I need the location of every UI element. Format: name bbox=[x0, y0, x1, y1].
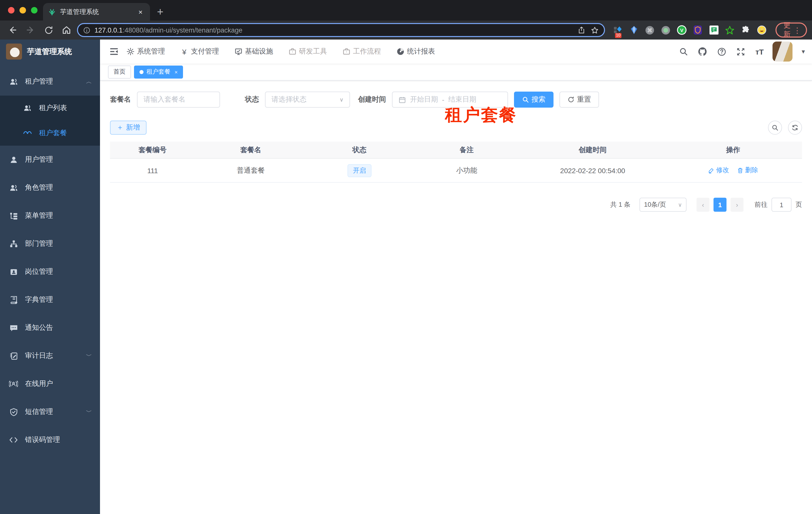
content: 套餐名 请输入套餐名 状态 请选择状态 ∨ 创建时间 开始日期 - 结束 bbox=[100, 81, 812, 514]
nav-item-workflow[interactable]: 工作流程 bbox=[342, 47, 381, 56]
sidebar-item-label: 短信管理 bbox=[25, 407, 53, 416]
sidebar-item-menu-management[interactable]: 菜单管理 bbox=[0, 202, 100, 230]
extension-gray-circle-icon[interactable] bbox=[661, 25, 670, 35]
sidebar-item-user-management[interactable]: 用户管理 bbox=[0, 146, 100, 174]
extensions-puzzle-icon[interactable] bbox=[741, 25, 751, 35]
bookmark-star-icon[interactable] bbox=[590, 26, 599, 34]
back-icon[interactable] bbox=[5, 23, 20, 37]
code-icon bbox=[9, 435, 18, 444]
url-text[interactable]: 127.0.0.1:48080/admin-ui/system/tenant/p… bbox=[94, 26, 574, 34]
nav-item-system[interactable]: 系统管理 bbox=[126, 47, 165, 56]
tree-icon bbox=[9, 211, 18, 220]
sidebar-item-tenant-management[interactable]: 租户管理 ︿ bbox=[0, 67, 100, 96]
tab-title: 芋道管理系统 bbox=[60, 7, 132, 16]
browser-menu-kebab-icon[interactable]: ⋮ bbox=[793, 26, 801, 34]
status-select[interactable]: 请选择状态 ∨ bbox=[265, 91, 350, 108]
sidebar-item-label: 租户列表 bbox=[39, 104, 67, 113]
toggle-search-icon[interactable] bbox=[768, 120, 782, 135]
package-name-input[interactable]: 请输入套餐名 bbox=[137, 91, 220, 108]
extension-emoji-icon[interactable] bbox=[757, 25, 766, 35]
nav-item-report[interactable]: 统计报表 bbox=[396, 47, 435, 56]
sidebar-item-audit-log[interactable]: 审计日志 ﹀ bbox=[0, 342, 100, 370]
app-title: 芋道管理系统 bbox=[27, 47, 72, 56]
nav-item-payment[interactable]: ¥ 支付管理 bbox=[180, 47, 219, 56]
delete-link[interactable]: 删除 bbox=[737, 166, 758, 175]
tag-home[interactable]: 首页 bbox=[108, 65, 131, 78]
delete-link-label: 删除 bbox=[745, 166, 758, 175]
goto-page-input[interactable] bbox=[772, 198, 791, 212]
sidebar-item-dept-management[interactable]: 部门管理 bbox=[0, 230, 100, 258]
refresh-icon[interactable] bbox=[788, 120, 802, 135]
extension-shield-icon[interactable] bbox=[693, 25, 702, 35]
extension-diamond-icon[interactable]: 10 bbox=[613, 25, 622, 35]
sidebar-item-tenant-package[interactable]: 租户套餐 bbox=[0, 120, 100, 146]
table-header: 状态 bbox=[307, 145, 412, 154]
svg-text:⌘: ⌘ bbox=[647, 27, 652, 33]
chevron-up-icon: ︿ bbox=[86, 77, 92, 86]
home-icon[interactable] bbox=[59, 23, 74, 37]
next-page-button[interactable]: › bbox=[730, 198, 744, 212]
users-icon bbox=[23, 104, 32, 113]
pagination-total: 共 1 条 bbox=[610, 200, 631, 209]
book-icon bbox=[9, 295, 18, 304]
zoom-window-button[interactable] bbox=[31, 7, 37, 13]
sidebar-item-online-users[interactable]: 在线用户 bbox=[0, 370, 100, 398]
site-info-icon[interactable] bbox=[83, 26, 90, 34]
avatar[interactable] bbox=[773, 42, 792, 61]
header-right-actions: тT ▼ bbox=[677, 42, 812, 61]
online-icon bbox=[9, 379, 18, 388]
browser-tab[interactable]: 芋道管理系统 × bbox=[43, 3, 150, 21]
nav-item-label: 研发工具 bbox=[299, 47, 327, 56]
github-icon[interactable] bbox=[696, 46, 708, 58]
filter-name-label: 套餐名 bbox=[110, 95, 131, 104]
nav-item-infra[interactable]: 基础设施 bbox=[234, 47, 273, 56]
close-window-button[interactable] bbox=[8, 7, 14, 13]
edit-link[interactable]: 修改 bbox=[708, 166, 729, 175]
sidebar-item-post-management[interactable]: 岗位管理 bbox=[0, 258, 100, 286]
browser-update-button[interactable]: 更新 ⋮ bbox=[776, 23, 807, 37]
sidebar-item-tenant-list[interactable]: 租户列表 bbox=[0, 96, 100, 120]
sidebar-fold-icon[interactable] bbox=[109, 47, 119, 57]
sidebar-item-notice[interactable]: 通知公告 bbox=[0, 314, 100, 342]
help-icon[interactable] bbox=[716, 46, 727, 58]
extension-star-icon[interactable] bbox=[725, 25, 734, 35]
prev-page-button[interactable]: ‹ bbox=[696, 198, 709, 212]
app-header: 系统管理 ¥ 支付管理 基础设施 bbox=[100, 39, 812, 63]
sidebar-item-role-management[interactable]: 角色管理 bbox=[0, 174, 100, 202]
tag-tenant-package[interactable]: 租户套餐 × bbox=[134, 65, 183, 78]
tab-close-icon[interactable]: × bbox=[136, 7, 145, 16]
minimize-window-button[interactable] bbox=[20, 7, 26, 13]
extension-gem-icon[interactable] bbox=[629, 25, 638, 35]
shield-check-icon bbox=[9, 407, 18, 416]
app-logo-row[interactable]: 芋道管理系统 bbox=[0, 39, 100, 63]
extension-command-icon[interactable]: ⌘ bbox=[645, 25, 655, 35]
avatar-caret-down-icon[interactable]: ▼ bbox=[801, 49, 806, 55]
fullscreen-icon[interactable] bbox=[734, 46, 747, 58]
tag-label: 租户套餐 bbox=[146, 67, 171, 76]
font-size-icon[interactable]: тT bbox=[754, 46, 765, 58]
share-icon[interactable] bbox=[578, 26, 585, 34]
url-domain: 127.0.0.1 bbox=[94, 26, 123, 34]
new-tab-button[interactable]: + bbox=[157, 6, 164, 18]
plus-icon: ＋ bbox=[116, 123, 123, 132]
sidebar-item-error-code[interactable]: 错误码管理 bbox=[0, 426, 100, 454]
extension-icons: 10 ⌘ V bbox=[613, 25, 766, 35]
pagination: 共 1 条 10条/页 ∨ ‹ 1 › 前往 页 bbox=[110, 198, 802, 212]
reload-icon[interactable] bbox=[41, 23, 56, 37]
extension-v-green-icon[interactable]: V bbox=[677, 25, 687, 35]
extension-chat-icon[interactable] bbox=[709, 25, 719, 35]
page-size-select[interactable]: 10条/页 ∨ bbox=[639, 198, 687, 212]
page-number-active[interactable]: 1 bbox=[714, 198, 726, 212]
add-button[interactable]: ＋ 新增 bbox=[110, 120, 146, 135]
reset-button[interactable]: 重置 bbox=[559, 91, 599, 108]
nav-item-devtools[interactable]: 研发工具 bbox=[288, 47, 327, 56]
tag-close-icon[interactable]: × bbox=[174, 69, 178, 75]
url-bar[interactable]: 127.0.0.1:48080/admin-ui/system/tenant/p… bbox=[77, 23, 605, 37]
sidebar-item-dict-management[interactable]: 字典管理 bbox=[0, 286, 100, 314]
search-icon[interactable] bbox=[677, 46, 690, 58]
extension-badge: 10 bbox=[615, 33, 621, 38]
search-button[interactable]: 搜索 bbox=[514, 91, 553, 108]
end-date-placeholder: 结束日期 bbox=[448, 95, 476, 104]
sidebar-item-sms-management[interactable]: 短信管理 ﹀ bbox=[0, 398, 100, 426]
window-controls bbox=[8, 7, 37, 13]
